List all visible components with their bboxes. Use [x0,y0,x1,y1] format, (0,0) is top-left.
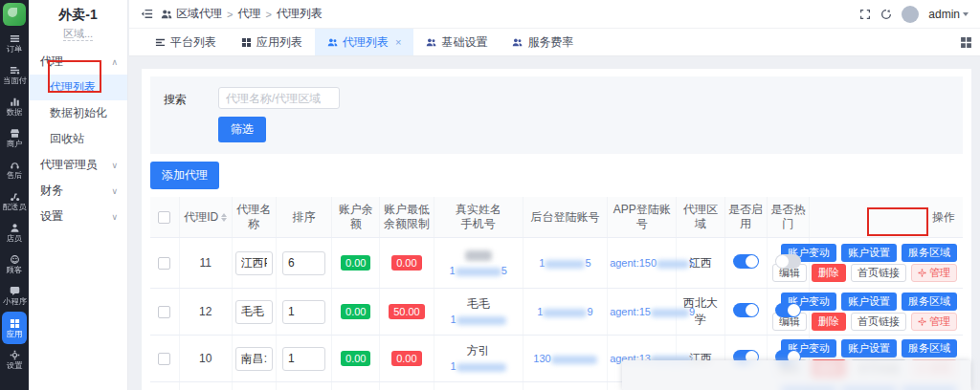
rail-item-apps[interactable]: 应用 [2,312,27,344]
sidebar-group-代理[interactable]: 代理∧ [29,49,127,75]
table-row: 110.000.001515agent:1505江西账户变动账户设置服务区域编辑… [150,238,963,289]
agent-name-input[interactable] [235,251,273,275]
sidebar-group-设置[interactable]: 设置∨ [29,204,127,229]
homepage-link-button[interactable]: 首页链接 [851,313,906,331]
breadcrumb-people-icon [161,9,172,20]
row-checkbox[interactable] [158,257,170,270]
service-area-button[interactable]: 服务区域 [902,244,957,262]
rail-item-orders[interactable]: 订单 [0,28,29,59]
rail-item-customer[interactable]: 顾客 [0,249,29,280]
app-rail: 订单当面付数据商户售后配送员店员顾客小程序应用设置 [0,0,29,390]
delete-button[interactable]: 删除 [812,313,846,331]
chevron-down-icon [963,12,969,16]
breadcrumb-item[interactable]: 代理 [237,6,260,22]
row-checkbox[interactable] [158,306,170,318]
col-header-realname-phone: 真实姓名手机号 [434,197,523,238]
phone-redacted: 15 [450,265,507,276]
rail-item-staff[interactable]: 店员 [0,217,29,249]
sidebar-item-数据初始化[interactable]: 数据初始化 [29,100,127,126]
app-logo[interactable] [3,3,26,26]
tab-平台列表[interactable]: 平台列表 [143,29,229,55]
agent-name-input[interactable] [235,347,273,371]
rail-item-merchant[interactable]: 商户 [0,122,29,154]
filter-button[interactable]: 筛选 [218,117,266,142]
reload-icon[interactable] [880,9,892,20]
col-header-enabled: 是否启用 [724,197,767,238]
app-account-redacted: agent:1505 [610,257,695,269]
user-avatar[interactable] [902,6,919,23]
module-subtitle[interactable]: 区域... [63,28,93,41]
hot-toggle[interactable] [775,254,801,269]
sidebar-item-代理列表[interactable]: 代理列表 [29,75,127,100]
tab-应用列表[interactable]: 应用列表 [229,29,315,55]
rail-item-label: 小程序 [3,297,27,305]
username: admin [928,8,960,21]
service-area-button[interactable]: 服务区域 [902,292,957,311]
hot-toggle[interactable] [775,303,801,317]
account-settings-button[interactable]: 账户设置 [841,339,897,358]
delete-button[interactable]: 删除 [812,264,846,282]
tab-服务费率[interactable]: 服务费率 [500,29,586,55]
col-header-sort: 排序 [276,197,331,238]
breadcrumb-item[interactable]: 区域代理 [176,6,222,22]
min-limit-badge: 0.00 [391,255,421,271]
col-header-app: APP登陆账号 [608,197,677,238]
row-checkbox[interactable] [158,353,170,365]
rail-item-label: 设置 [7,361,23,369]
rail-item-data[interactable]: 数据 [0,91,29,122]
sidebar-group-代理管理员[interactable]: 代理管理员∨ [29,152,127,178]
rail-item-miniapp[interactable]: 小程序 [0,280,29,312]
rail-item-settings[interactable]: 设置 [0,344,29,376]
shop-icon [10,128,20,139]
sort-input[interactable] [282,300,325,324]
topbar: 区域代理>代理>代理列表 admin [129,0,980,29]
col-header-min-limit: 账户最低余额限制 [380,197,434,238]
sort-input[interactable] [282,347,325,371]
chevron-down-icon: ∨ [111,161,118,170]
account-settings-button[interactable]: 账户设置 [841,244,897,262]
homepage-link-button[interactable]: 首页链接 [851,264,906,282]
agent-name-input[interactable] [235,300,273,324]
col-header-id[interactable]: 代理ID [179,197,232,238]
fullscreen-icon[interactable] [859,9,871,20]
account-settings-button[interactable]: 账户设置 [841,292,897,311]
breadcrumb-item[interactable]: 代理列表 [277,6,323,22]
rail-item-label: 商户 [7,140,23,147]
sidebar-item-回收站[interactable]: 回收站 [29,126,127,152]
select-all-checkbox[interactable] [158,211,170,224]
module-title: 外卖-1 [29,0,127,24]
agent-list-page: 订单当面付数据商户售后配送员店员顾客小程序应用设置 外卖-1 区域... 代理∧… [0,0,980,390]
main-area: 区域代理>代理>代理列表 admin 平台列表应用列表代理列表×基础设置服务费率… [129,0,980,390]
close-tab-icon[interactable]: × [395,36,401,48]
balance-badge: 0.00 [341,304,370,319]
col-header-backend: 后台登陆账号 [523,197,607,238]
rail-item-face-pay[interactable]: 当面付 [0,59,29,91]
gear-icon [918,317,926,326]
agent-id: 11 [179,238,232,289]
enabled-toggle[interactable] [733,254,759,269]
content-card: 搜索 筛选 添加代理 代理ID [142,69,971,390]
app-account-redacted: agent:159 [610,306,695,317]
rail-item-aftersale[interactable]: 售后 [0,154,29,185]
gear-icon [918,269,926,277]
manage-button[interactable]: 管理 [911,313,957,331]
enabled-toggle[interactable] [733,303,759,317]
search-label: 搜索 [164,87,218,108]
sidebar-group-财务[interactable]: 财务∨ [29,178,127,204]
filter-panel: 搜索 筛选 [150,76,963,154]
search-input[interactable] [218,87,340,109]
backend-account-redacted: 19 [537,306,592,317]
service-area-button[interactable]: 服务区域 [902,339,957,358]
tab-options-icon[interactable] [960,36,972,49]
sort-icon[interactable] [221,213,227,222]
collapse-sidebar-icon[interactable] [141,8,153,20]
tab-基础设置[interactable]: 基础设置 [413,29,500,55]
user-menu[interactable]: admin [928,8,969,21]
add-agent-button[interactable]: 添加代理 [150,162,219,189]
module-sidebar: 外卖-1 区域... 代理∧代理列表数据初始化回收站代理管理员∨财务∨设置∨ [29,0,128,390]
manage-button[interactable]: 管理 [911,264,957,282]
rail-item-courier[interactable]: 配送员 [0,185,29,217]
sort-input[interactable] [282,251,325,275]
headset-icon [10,160,20,170]
tab-代理列表[interactable]: 代理列表× [315,29,413,55]
